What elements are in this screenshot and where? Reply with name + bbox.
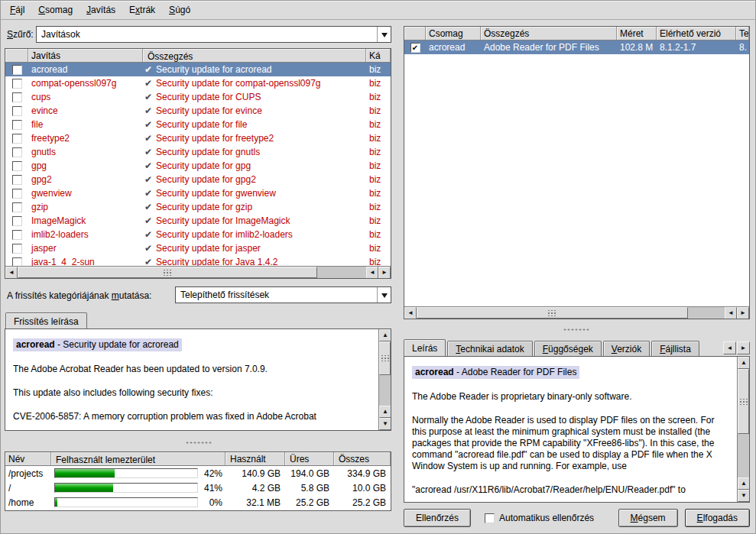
column-header[interactable]: Ká xyxy=(366,49,391,62)
row-checkbox[interactable] xyxy=(12,92,22,102)
row-checkbox[interactable]: ✔ xyxy=(410,43,420,53)
column-header[interactable]: Elérhető verzió xyxy=(657,27,736,40)
patch-table-header: JavításÖsszegzésKá xyxy=(5,49,391,63)
patch-row[interactable]: java-1_4_2-sun✔Security update for Java … xyxy=(5,255,391,266)
column-header[interactable] xyxy=(404,27,426,40)
vertical-scrollbar[interactable]: ▲ ▲ ▼ xyxy=(737,357,749,502)
patch-row[interactable]: gpg✔Security update for gpgbiz xyxy=(5,159,391,173)
description-title-name: acroread xyxy=(415,367,454,377)
row-checkbox[interactable] xyxy=(12,202,22,212)
column-header[interactable]: Javítás xyxy=(28,49,143,62)
row-checkbox[interactable] xyxy=(12,147,22,157)
scroll-left-button[interactable]: ◄ xyxy=(404,307,417,319)
menu-item[interactable]: Csomag xyxy=(31,2,79,18)
patch-row[interactable]: cups✔Security update for CUPSbiz xyxy=(5,90,391,104)
scroll-left-button[interactable]: ◄ xyxy=(725,307,737,319)
scrollbar-track[interactable] xyxy=(18,267,366,278)
column-header[interactable]: Összegzés xyxy=(143,49,366,62)
column-header[interactable] xyxy=(5,49,28,62)
row-checkbox[interactable] xyxy=(12,79,22,89)
accept-button[interactable]: Elfogadás xyxy=(685,509,750,527)
patch-summary: Security update for file xyxy=(156,119,247,130)
splitter-handle[interactable] xyxy=(398,325,754,334)
patch-row[interactable]: compat-openssl097g✔Security update for c… xyxy=(5,76,391,90)
patch-row[interactable]: acroread✔Security update for acroreadbiz xyxy=(5,63,391,76)
scrollbar-thumb[interactable] xyxy=(18,267,317,278)
column-header[interactable]: Üres xyxy=(285,452,334,465)
tab[interactable]: Fájllista xyxy=(651,341,699,356)
check-button[interactable]: Ellenőrzés xyxy=(404,509,471,527)
scroll-up-button[interactable]: ▲ xyxy=(738,357,750,369)
column-header[interactable]: Méret xyxy=(617,27,657,40)
column-header[interactable]: Összegzés xyxy=(481,27,617,40)
column-header[interactable]: Összes xyxy=(334,452,391,465)
package-row[interactable]: ✔acroreadAdobe Reader for PDF Files102.8… xyxy=(404,40,749,54)
horizontal-scrollbar[interactable]: ◄ ◄ ► xyxy=(404,306,749,319)
row-checkbox[interactable] xyxy=(12,65,22,75)
scroll-tabs-left-button[interactable]: ◄ xyxy=(723,341,736,354)
menu-item[interactable]: Javítás xyxy=(79,2,122,18)
row-checkbox[interactable] xyxy=(12,161,22,171)
row-checkbox[interactable] xyxy=(12,216,22,226)
row-checkbox[interactable] xyxy=(12,175,22,185)
scroll-left-button[interactable]: ◄ xyxy=(5,267,18,279)
scroll-tabs-right-button[interactable]: ► xyxy=(737,341,750,354)
chevron-down-icon[interactable] xyxy=(377,287,391,303)
row-checkbox[interactable] xyxy=(12,189,22,199)
tab[interactable]: Technikai adatok xyxy=(447,341,532,356)
scrollbar-thumb[interactable] xyxy=(417,307,688,319)
checkmark-icon: ✔ xyxy=(144,174,152,185)
scroll-up-button[interactable]: ▲ xyxy=(379,329,391,341)
splitter-handle[interactable] xyxy=(1,438,396,447)
column-header[interactable]: Név xyxy=(5,452,51,465)
menu-item[interactable]: Fájl xyxy=(3,2,31,18)
patch-row[interactable]: freetype2✔Security update for freetype2b… xyxy=(5,131,391,145)
scrollbar-thumb[interactable] xyxy=(738,369,749,434)
row-checkbox[interactable] xyxy=(12,244,22,254)
patch-row[interactable]: gnutls✔Security update for gnutlsbiz xyxy=(5,145,391,159)
row-checkbox[interactable] xyxy=(12,106,22,116)
chevron-down-icon[interactable] xyxy=(377,27,391,42)
scrollbar-track[interactable] xyxy=(417,307,725,319)
scroll-left-button[interactable]: ◄ xyxy=(366,267,378,279)
patch-row[interactable]: gzip✔Security update for gzipbiz xyxy=(5,200,391,214)
tab-update-description[interactable]: Frissítés leírása xyxy=(5,312,87,329)
menu-item[interactable]: Súgó xyxy=(162,2,197,18)
row-checkbox[interactable] xyxy=(12,120,22,130)
scroll-down-button[interactable]: ▼ xyxy=(379,418,391,430)
scroll-right-button[interactable]: ► xyxy=(737,307,749,319)
scroll-right-button[interactable]: ► xyxy=(378,267,391,279)
tabs-strip: LeírásTechnikai adatokFüggőségekVerziókF… xyxy=(404,339,701,356)
scrollbar-track[interactable] xyxy=(738,369,749,477)
filter-combobox[interactable]: Javítások xyxy=(36,26,391,43)
row-checkbox[interactable] xyxy=(12,134,22,144)
tab[interactable]: Verziók xyxy=(603,341,650,356)
tab[interactable]: Leírás xyxy=(404,339,446,356)
scroll-up-button[interactable]: ▲ xyxy=(379,406,391,418)
tab[interactable]: Függőségek xyxy=(534,341,602,356)
patch-row[interactable]: evince✔Security update for evincebiz xyxy=(5,104,391,118)
category-combobox[interactable]: Telepíthető frissítések xyxy=(175,286,391,303)
patch-row[interactable]: file✔Security update for filebiz xyxy=(5,118,391,131)
scroll-up-button[interactable]: ▲ xyxy=(738,477,750,490)
package-table-body: ✔acroreadAdobe Reader for PDF Files102.8… xyxy=(404,40,749,306)
column-header[interactable]: Használt xyxy=(226,452,285,465)
scrollbar-track[interactable] xyxy=(379,341,391,406)
row-checkbox[interactable] xyxy=(12,230,22,240)
column-header[interactable]: Csomag xyxy=(426,27,481,40)
scroll-down-button[interactable]: ▼ xyxy=(738,490,750,502)
patch-row[interactable]: gwenview✔Security update for gwenviewbiz xyxy=(5,186,391,200)
scrollbar-thumb[interactable] xyxy=(379,341,391,375)
patch-row[interactable]: gpg2✔Security update for gpg2biz xyxy=(5,173,391,186)
column-header[interactable]: Te xyxy=(736,27,749,40)
row-checkbox[interactable] xyxy=(12,257,22,267)
patch-row[interactable]: imlib2-loaders✔Security update for imlib… xyxy=(5,228,391,241)
column-header[interactable]: Felhasznált lemezterület xyxy=(51,452,226,465)
vertical-scrollbar[interactable]: ▲ ▲ ▼ xyxy=(378,329,391,430)
auto-check-checkbox[interactable] xyxy=(485,513,495,523)
menu-item[interactable]: Extrák xyxy=(122,2,162,18)
cancel-button[interactable]: Mégsem xyxy=(618,509,678,527)
horizontal-scrollbar[interactable]: ◄ ◄ ► xyxy=(5,266,391,278)
patch-row[interactable]: ImageMagick✔Security update for ImageMag… xyxy=(5,214,391,228)
patch-row[interactable]: jasper✔Security update for jasperbiz xyxy=(5,241,391,255)
